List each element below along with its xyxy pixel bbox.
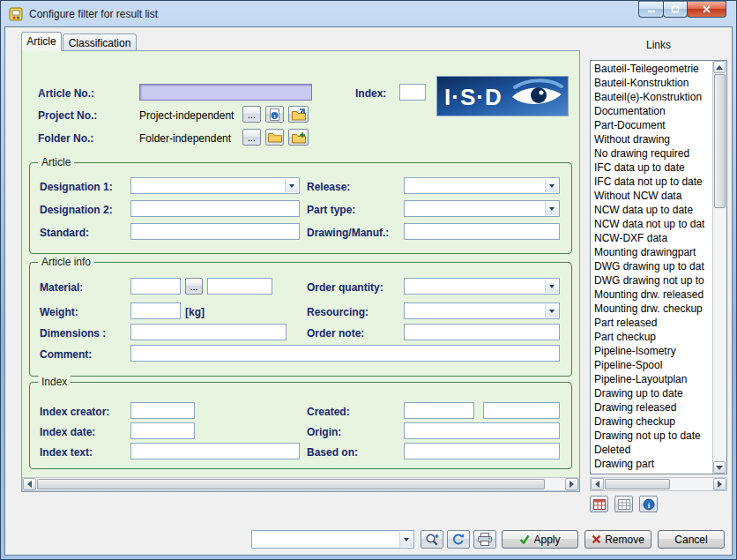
article-no-input[interactable] <box>139 84 312 101</box>
standard-input[interactable] <box>130 223 300 240</box>
links-vertical-scrollbar[interactable] <box>712 61 726 474</box>
folder-new-button[interactable] <box>288 129 309 146</box>
links-list-item[interactable]: Documentation <box>592 104 711 118</box>
index-creator-label: Index creator: <box>40 406 109 418</box>
links-list-item[interactable]: Pipeline-Layoutplan <box>592 372 711 386</box>
folder-open-button[interactable] <box>265 129 284 146</box>
order-note-input[interactable] <box>404 324 560 340</box>
order-quantity-combo[interactable] <box>404 278 560 295</box>
part-type-combo[interactable] <box>404 200 560 217</box>
links-list-item[interactable]: Pipeline-Spool <box>592 358 711 372</box>
links-list-item[interactable]: No drawing required <box>592 146 711 161</box>
links-listbox[interactable]: Bauteil-TeilegeometrieBauteil-Konstrukti… <box>590 60 727 474</box>
links-list-item[interactable]: Drawing part <box>592 457 711 471</box>
index-input[interactable] <box>399 84 426 101</box>
result-grid-red-button[interactable] <box>590 496 608 512</box>
links-list-item[interactable]: Drawing up to date <box>592 386 711 400</box>
links-list-item[interactable]: DWG drawing up to dat <box>592 259 711 273</box>
cancel-button[interactable]: Cancel <box>658 530 725 549</box>
dropdown-arrow-icon[interactable] <box>399 532 413 547</box>
dropdown-arrow-icon[interactable] <box>545 304 558 317</box>
project-structure-button[interactable] <box>288 106 309 123</box>
project-browse-button[interactable]: ... <box>242 106 261 123</box>
designation1-combo[interactable] <box>130 177 300 194</box>
folder-browse-button[interactable]: ... <box>242 129 261 146</box>
tab-classification[interactable]: Classification <box>63 34 137 51</box>
tab-article[interactable]: Article <box>21 32 62 51</box>
links-list-item[interactable]: Bauteil-Teilegeometrie <box>592 62 711 76</box>
main-scrollbar-thumb[interactable] <box>37 479 545 489</box>
minimize-button[interactable] <box>638 1 664 18</box>
links-scrollbar-thumb[interactable] <box>714 74 726 208</box>
dimensions-input[interactable] <box>130 324 287 340</box>
links-list-item[interactable]: Mounting drw. released <box>592 287 711 302</box>
folder-value: Folder-independent <box>139 132 231 145</box>
links-list-item[interactable]: IFC data not up to date <box>592 175 711 189</box>
maximize-button[interactable] <box>663 1 688 18</box>
links-list-item[interactable]: NCW data up to date <box>592 203 711 217</box>
result-grid-button[interactable] <box>614 496 633 512</box>
table-grid-icon <box>618 499 630 510</box>
dropdown-arrow-icon[interactable] <box>545 179 558 192</box>
links-list-item[interactable]: Drawing not up to date <box>592 429 711 443</box>
links-list-item[interactable]: Drawing checkup <box>592 414 711 429</box>
links-panel-title: Links <box>590 39 727 51</box>
apply-button[interactable]: Apply <box>502 530 578 549</box>
links-list-item[interactable]: Without drawing <box>592 132 711 146</box>
dropdown-arrow-icon[interactable] <box>545 280 558 293</box>
material-input[interactable] <box>130 278 181 295</box>
dropdown-arrow-icon[interactable] <box>545 202 558 215</box>
refresh-button[interactable] <box>447 530 470 549</box>
links-hscrollbar-thumb[interactable] <box>605 479 670 489</box>
links-list-item[interactable]: Bauteil-Konstruktion <box>592 76 711 90</box>
project-info-button[interactable]: i <box>265 106 284 123</box>
search-button[interactable] <box>421 530 443 549</box>
scroll-right-button[interactable] <box>713 478 726 490</box>
remove-button[interactable]: Remove <box>584 530 651 549</box>
material-browse-button[interactable]: ... <box>185 278 203 295</box>
index-creator-input[interactable] <box>130 402 195 419</box>
links-list-item[interactable]: IFC data up to date <box>592 161 711 175</box>
links-horizontal-scrollbar[interactable] <box>590 477 727 491</box>
created-date-input[interactable] <box>404 402 474 419</box>
scroll-up-button[interactable] <box>713 61 726 73</box>
index-text-input[interactable] <box>130 443 300 459</box>
links-list-item[interactable]: Part released <box>592 316 711 330</box>
links-list-item[interactable]: Part-Document <box>592 118 711 132</box>
index-date-input[interactable] <box>130 422 195 439</box>
links-list-item[interactable]: Pipeline-Isometry <box>592 344 711 358</box>
scroll-left-button[interactable] <box>23 478 36 490</box>
designation2-input[interactable] <box>130 200 300 217</box>
close-button[interactable] <box>687 1 726 18</box>
links-list-item[interactable]: Mounting drw. checkup <box>592 302 711 316</box>
scroll-right-button[interactable] <box>565 478 578 490</box>
material-name-input[interactable] <box>207 278 272 295</box>
links-list-item[interactable]: Bauteil(e)-Konstruktion <box>592 90 711 104</box>
links-list-item[interactable]: Part checkup <box>592 330 711 344</box>
links-list-item[interactable]: Drawing released <box>592 400 711 414</box>
resourcing-combo[interactable] <box>404 302 560 319</box>
info-button[interactable]: i <box>639 496 658 512</box>
links-list-item[interactable]: Deleted <box>592 443 711 457</box>
dropdown-arrow-icon[interactable] <box>285 179 298 192</box>
origin-input[interactable] <box>404 422 560 439</box>
scroll-left-button[interactable] <box>591 478 604 490</box>
title-bar[interactable]: Configure filter for result list <box>1 1 736 26</box>
created-by-input[interactable] <box>483 402 560 419</box>
based-on-input[interactable] <box>404 443 560 459</box>
main-horizontal-scrollbar[interactable] <box>22 477 579 491</box>
release-combo[interactable] <box>404 177 560 194</box>
links-list-item[interactable]: DWG drawing not up to <box>592 273 711 287</box>
scroll-right-icon <box>570 481 574 488</box>
links-list-item[interactable]: Without NCW data <box>592 189 711 203</box>
scroll-down-button[interactable] <box>713 461 726 474</box>
links-list-item[interactable]: NCW data not up to dat <box>592 217 711 231</box>
comment-input[interactable] <box>130 345 560 362</box>
drawing-manuf-input[interactable] <box>404 223 560 240</box>
folder-plus-icon <box>292 131 306 144</box>
filter-preset-combo[interactable] <box>251 530 414 549</box>
weight-input[interactable] <box>130 302 181 319</box>
print-button[interactable] <box>473 530 496 549</box>
links-list-item[interactable]: Mounting drawingpart <box>592 245 711 259</box>
links-list-item[interactable]: NCW-DXF data <box>592 231 711 245</box>
